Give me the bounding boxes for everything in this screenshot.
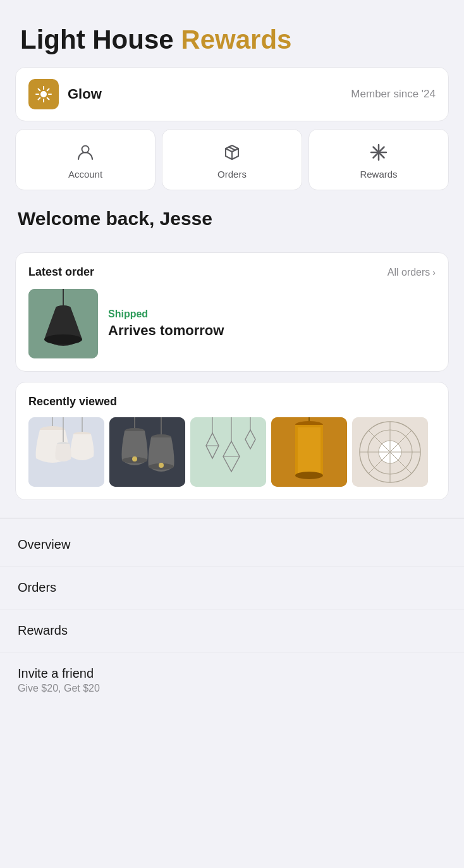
nav-rewards-title: Rewards bbox=[18, 623, 446, 638]
box-icon bbox=[222, 142, 242, 162]
card-header: Latest order All orders › bbox=[28, 266, 436, 279]
nav-item-invite[interactable]: Invite a friend Give $20, Get $20 bbox=[0, 652, 464, 708]
quick-actions: Account Orders Rewards bbox=[15, 129, 449, 190]
svg-point-30 bbox=[132, 456, 137, 462]
svg-point-49 bbox=[295, 472, 323, 479]
order-image[interactable] bbox=[28, 289, 98, 358]
rewards-label: Rewards bbox=[360, 169, 397, 180]
welcome-section: Welcome back, Jesse bbox=[0, 208, 464, 252]
nav-orders-title: Orders bbox=[18, 580, 446, 595]
asterisk-icon bbox=[369, 142, 389, 162]
nav-invite-subtitle: Give $20, Get $20 bbox=[18, 683, 446, 694]
member-since: Member since '24 bbox=[351, 88, 436, 101]
svg-line-5 bbox=[39, 89, 40, 91]
member-icon-bg bbox=[28, 79, 59, 109]
orders-button[interactable]: Orders bbox=[162, 129, 302, 190]
welcome-text: Welcome back, Jesse bbox=[18, 208, 446, 229]
recently-viewed-title: Recently viewed bbox=[28, 395, 436, 408]
svg-rect-35 bbox=[190, 417, 266, 487]
recently-viewed-item-4[interactable] bbox=[271, 417, 347, 487]
recently-viewed-items bbox=[28, 417, 436, 487]
svg-line-6 bbox=[47, 98, 49, 100]
order-details: Shipped Arrives tomorrow bbox=[108, 309, 224, 339]
glow-icon bbox=[35, 85, 52, 103]
person-icon bbox=[75, 142, 95, 162]
recently-viewed-item-3[interactable] bbox=[190, 417, 266, 487]
svg-point-34 bbox=[159, 463, 164, 468]
nav-item-rewards[interactable]: Rewards bbox=[0, 609, 464, 652]
order-content: Shipped Arrives tomorrow bbox=[28, 289, 436, 358]
order-eta: Arrives tomorrow bbox=[108, 322, 224, 339]
recently-viewed-item-2[interactable] bbox=[109, 417, 185, 487]
nav-item-overview[interactable]: Overview bbox=[0, 523, 464, 566]
svg-point-0 bbox=[40, 91, 47, 97]
orders-label: Orders bbox=[217, 169, 247, 180]
member-name: Glow bbox=[68, 86, 102, 102]
member-left: Glow bbox=[28, 79, 102, 109]
nav-item-orders[interactable]: Orders bbox=[0, 566, 464, 609]
nav-invite-title: Invite a friend bbox=[18, 666, 446, 681]
rv-item-1-image bbox=[28, 417, 104, 487]
svg-point-9 bbox=[82, 146, 89, 153]
recently-viewed-card: Recently viewed bbox=[15, 382, 449, 500]
lamp-image bbox=[28, 289, 98, 358]
svg-line-7 bbox=[47, 89, 49, 91]
nav-overview-title: Overview bbox=[18, 537, 446, 552]
order-status: Shipped bbox=[108, 309, 224, 320]
rv-item-5-image bbox=[352, 417, 428, 487]
svg-line-8 bbox=[39, 98, 40, 100]
chevron-right-icon: › bbox=[432, 267, 436, 278]
title-gold: Rewards bbox=[181, 25, 291, 54]
svg-point-18 bbox=[44, 334, 82, 345]
header: Light House Rewards bbox=[0, 0, 464, 67]
latest-order-title: Latest order bbox=[28, 266, 94, 279]
svg-rect-48 bbox=[298, 427, 321, 473]
rv-item-4-image bbox=[271, 417, 347, 487]
rv-item-2-image bbox=[109, 417, 185, 487]
all-orders-label: All orders bbox=[388, 267, 430, 278]
latest-order-card: Latest order All orders › bbox=[15, 252, 449, 372]
app-title: Light House Rewards bbox=[20, 25, 444, 54]
bottom-nav: Overview Orders Rewards Invite a friend … bbox=[0, 518, 464, 713]
account-button[interactable]: Account bbox=[15, 129, 156, 190]
all-orders-link[interactable]: All orders › bbox=[388, 267, 436, 278]
main-content: Light House Rewards Glow bbox=[0, 0, 464, 713]
recently-viewed-item-5[interactable] bbox=[352, 417, 428, 487]
recently-viewed-item-1[interactable] bbox=[28, 417, 104, 487]
rv-item-3-image bbox=[190, 417, 266, 487]
member-card[interactable]: Glow Member since '24 bbox=[15, 67, 449, 121]
title-black: Light House bbox=[20, 25, 174, 54]
rewards-button[interactable]: Rewards bbox=[308, 129, 449, 190]
account-label: Account bbox=[68, 169, 102, 180]
